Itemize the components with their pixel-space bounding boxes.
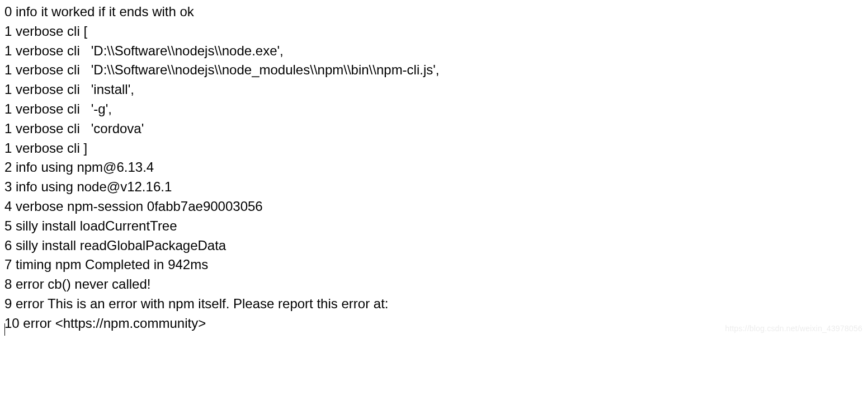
watermark-text: https://blog.csdn.net/weixin_43978056 xyxy=(725,323,862,334)
log-line: 8 error cb() never called! xyxy=(4,275,864,294)
log-line: 1 verbose cli '-g', xyxy=(4,100,864,119)
log-line: 1 verbose cli 'D:\\Software\\nodejs\\nod… xyxy=(4,60,864,80)
log-line: 1 verbose cli ] xyxy=(4,139,864,158)
log-line: 9 error This is an error with npm itself… xyxy=(4,294,864,314)
log-line: 3 info using node@v12.16.1 xyxy=(4,177,864,197)
log-line: 1 verbose cli 'cordova' xyxy=(4,119,864,139)
log-line: 7 timing npm Completed in 942ms xyxy=(4,255,864,275)
log-line: 2 info using npm@6.13.4 xyxy=(4,158,864,177)
log-output: 0 info it worked if it ends with ok 1 ve… xyxy=(4,2,864,333)
log-line: 0 info it worked if it ends with ok xyxy=(4,2,864,22)
log-line: 1 verbose cli 'install', xyxy=(4,80,864,100)
log-line: 1 verbose cli 'D:\\Software\\nodejs\\nod… xyxy=(4,41,864,61)
log-line: 5 silly install loadCurrentTree xyxy=(4,217,864,236)
text-cursor xyxy=(4,323,5,336)
log-line: 1 verbose cli [ xyxy=(4,22,864,41)
log-line: 4 verbose npm-session 0fabb7ae90003056 xyxy=(4,197,864,217)
log-line: 6 silly install readGlobalPackageData xyxy=(4,236,864,256)
